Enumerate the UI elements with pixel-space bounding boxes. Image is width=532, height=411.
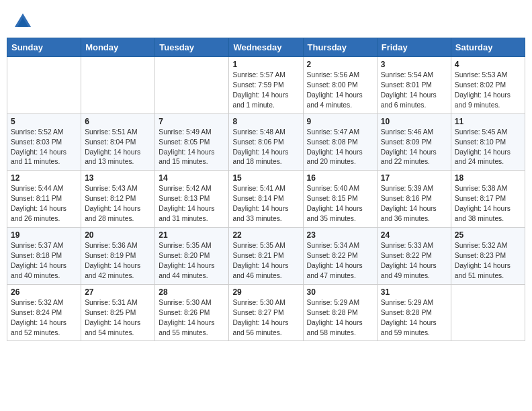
day-info: Sunrise: 5:37 AMSunset: 8:18 PMDaylight:…: [11, 241, 77, 281]
day-info: Sunrise: 5:30 AMSunset: 8:27 PMDaylight:…: [232, 298, 299, 338]
calendar-day-8: 8Sunrise: 5:48 AMSunset: 8:06 PMDaylight…: [229, 113, 303, 171]
calendar-day-23: 23Sunrise: 5:34 AMSunset: 8:22 PMDayligh…: [303, 228, 377, 285]
calendar-day-22: 22Sunrise: 5:35 AMSunset: 8:21 PMDayligh…: [229, 228, 303, 285]
empty-cell: [81, 57, 155, 114]
day-info: Sunrise: 5:56 AMSunset: 8:00 PMDaylight:…: [307, 71, 373, 111]
calendar-day-7: 7Sunrise: 5:49 AMSunset: 8:05 PMDaylight…: [155, 113, 229, 171]
calendar-table: SundayMondayTuesdayWednesdayThursdayFrid…: [7, 38, 525, 341]
calendar-day-9: 9Sunrise: 5:47 AMSunset: 8:08 PMDaylight…: [303, 113, 377, 171]
calendar-day-16: 16Sunrise: 5:40 AMSunset: 8:15 PMDayligh…: [303, 171, 377, 228]
day-number: 16: [307, 173, 373, 183]
calendar-day-30: 30Sunrise: 5:29 AMSunset: 8:28 PMDayligh…: [303, 284, 377, 341]
day-info: Sunrise: 5:42 AMSunset: 8:13 PMDaylight:…: [159, 184, 225, 224]
day-number: 24: [381, 230, 447, 240]
calendar-day-11: 11Sunrise: 5:45 AMSunset: 8:10 PMDayligh…: [451, 113, 525, 171]
calendar-day-20: 20Sunrise: 5:36 AMSunset: 8:19 PMDayligh…: [81, 228, 155, 285]
calendar-day-27: 27Sunrise: 5:31 AMSunset: 8:25 PMDayligh…: [81, 284, 155, 341]
calendar-day-5: 5Sunrise: 5:52 AMSunset: 8:03 PMDaylight…: [7, 113, 81, 171]
day-header-sunday: Sunday: [7, 38, 81, 57]
calendar-day-15: 15Sunrise: 5:41 AMSunset: 8:14 PMDayligh…: [229, 171, 303, 228]
calendar-week-5: 26Sunrise: 5:32 AMSunset: 8:24 PMDayligh…: [7, 284, 525, 341]
empty-cell: [7, 57, 81, 114]
day-number: 31: [381, 287, 447, 297]
day-number: 22: [232, 230, 299, 240]
day-number: 2: [307, 60, 373, 69]
day-number: 28: [159, 287, 225, 297]
day-info: Sunrise: 5:39 AMSunset: 8:16 PMDaylight:…: [381, 184, 447, 224]
calendar-day-3: 3Sunrise: 5:54 AMSunset: 8:01 PMDaylight…: [377, 57, 451, 114]
day-info: Sunrise: 5:44 AMSunset: 8:11 PMDaylight:…: [11, 184, 77, 224]
calendar-day-19: 19Sunrise: 5:37 AMSunset: 8:18 PMDayligh…: [7, 228, 81, 285]
calendar-day-4: 4Sunrise: 5:53 AMSunset: 8:02 PMDaylight…: [451, 57, 525, 114]
day-info: Sunrise: 5:46 AMSunset: 8:09 PMDaylight:…: [381, 128, 447, 168]
day-number: 15: [232, 173, 299, 183]
day-info: Sunrise: 5:35 AMSunset: 8:20 PMDaylight:…: [159, 241, 225, 281]
day-info: Sunrise: 5:47 AMSunset: 8:08 PMDaylight:…: [307, 128, 373, 168]
day-info: Sunrise: 5:30 AMSunset: 8:26 PMDaylight:…: [159, 298, 225, 338]
day-header-thursday: Thursday: [303, 38, 377, 57]
day-number: 12: [11, 173, 77, 183]
calendar-day-29: 29Sunrise: 5:30 AMSunset: 8:27 PMDayligh…: [229, 284, 303, 341]
day-info: Sunrise: 5:31 AMSunset: 8:25 PMDaylight:…: [85, 298, 151, 338]
calendar-day-25: 25Sunrise: 5:32 AMSunset: 8:23 PMDayligh…: [451, 228, 525, 285]
day-number: 29: [232, 287, 299, 297]
day-number: 21: [159, 230, 225, 240]
day-info: Sunrise: 5:32 AMSunset: 8:23 PMDaylight:…: [455, 241, 521, 281]
day-info: Sunrise: 5:43 AMSunset: 8:12 PMDaylight:…: [85, 184, 151, 224]
day-number: 8: [232, 117, 299, 126]
empty-cell: [155, 57, 229, 114]
day-header-friday: Friday: [377, 38, 451, 57]
day-info: Sunrise: 5:29 AMSunset: 8:28 PMDaylight:…: [381, 298, 447, 338]
day-number: 1: [232, 60, 299, 69]
day-header-saturday: Saturday: [451, 38, 525, 57]
calendar-day-21: 21Sunrise: 5:35 AMSunset: 8:20 PMDayligh…: [155, 228, 229, 285]
day-info: Sunrise: 5:49 AMSunset: 8:05 PMDaylight:…: [159, 128, 225, 168]
logo-icon: [13, 12, 32, 31]
day-number: 7: [159, 117, 225, 126]
day-number: 10: [381, 117, 447, 126]
day-number: 11: [455, 117, 521, 126]
day-info: Sunrise: 5:36 AMSunset: 8:19 PMDaylight:…: [85, 241, 151, 281]
day-header-wednesday: Wednesday: [229, 38, 303, 57]
day-header-monday: Monday: [81, 38, 155, 57]
calendar-day-24: 24Sunrise: 5:33 AMSunset: 8:22 PMDayligh…: [377, 228, 451, 285]
day-number: 27: [85, 287, 151, 297]
calendar-day-28: 28Sunrise: 5:30 AMSunset: 8:26 PMDayligh…: [155, 284, 229, 341]
page-header: [7, 7, 525, 35]
calendar-day-12: 12Sunrise: 5:44 AMSunset: 8:11 PMDayligh…: [7, 171, 81, 228]
day-info: Sunrise: 5:34 AMSunset: 8:22 PMDaylight:…: [307, 241, 373, 281]
calendar-day-6: 6Sunrise: 5:51 AMSunset: 8:04 PMDaylight…: [81, 113, 155, 171]
day-info: Sunrise: 5:41 AMSunset: 8:14 PMDaylight:…: [232, 184, 299, 224]
day-number: 26: [11, 287, 77, 297]
calendar-day-18: 18Sunrise: 5:38 AMSunset: 8:17 PMDayligh…: [451, 171, 525, 228]
day-info: Sunrise: 5:33 AMSunset: 8:22 PMDaylight:…: [381, 241, 447, 281]
calendar-day-17: 17Sunrise: 5:39 AMSunset: 8:16 PMDayligh…: [377, 171, 451, 228]
calendar-day-26: 26Sunrise: 5:32 AMSunset: 8:24 PMDayligh…: [7, 284, 81, 341]
calendar-header-row: SundayMondayTuesdayWednesdayThursdayFrid…: [7, 38, 525, 57]
day-number: 25: [455, 230, 521, 240]
day-number: 14: [159, 173, 225, 183]
day-number: 17: [381, 173, 447, 183]
day-info: Sunrise: 5:29 AMSunset: 8:28 PMDaylight:…: [307, 298, 373, 338]
day-number: 5: [11, 117, 77, 126]
day-info: Sunrise: 5:32 AMSunset: 8:24 PMDaylight:…: [11, 298, 77, 338]
calendar-day-1: 1Sunrise: 5:57 AMSunset: 7:59 PMDaylight…: [229, 57, 303, 114]
day-number: 3: [381, 60, 447, 69]
calendar-week-2: 5Sunrise: 5:52 AMSunset: 8:03 PMDaylight…: [7, 113, 525, 171]
calendar-day-13: 13Sunrise: 5:43 AMSunset: 8:12 PMDayligh…: [81, 171, 155, 228]
day-number: 20: [85, 230, 151, 240]
day-number: 13: [85, 173, 151, 183]
day-header-tuesday: Tuesday: [155, 38, 229, 57]
calendar-day-31: 31Sunrise: 5:29 AMSunset: 8:28 PMDayligh…: [377, 284, 451, 341]
calendar-week-3: 12Sunrise: 5:44 AMSunset: 8:11 PMDayligh…: [7, 171, 525, 228]
calendar-week-1: 1Sunrise: 5:57 AMSunset: 7:59 PMDaylight…: [7, 57, 525, 114]
calendar-day-14: 14Sunrise: 5:42 AMSunset: 8:13 PMDayligh…: [155, 171, 229, 228]
day-number: 19: [11, 230, 77, 240]
day-info: Sunrise: 5:40 AMSunset: 8:15 PMDaylight:…: [307, 184, 373, 224]
day-number: 23: [307, 230, 373, 240]
calendar-week-4: 19Sunrise: 5:37 AMSunset: 8:18 PMDayligh…: [7, 228, 525, 285]
day-info: Sunrise: 5:38 AMSunset: 8:17 PMDaylight:…: [455, 184, 521, 224]
day-info: Sunrise: 5:57 AMSunset: 7:59 PMDaylight:…: [232, 71, 299, 111]
day-number: 30: [307, 287, 373, 297]
day-info: Sunrise: 5:35 AMSunset: 8:21 PMDaylight:…: [232, 241, 299, 281]
